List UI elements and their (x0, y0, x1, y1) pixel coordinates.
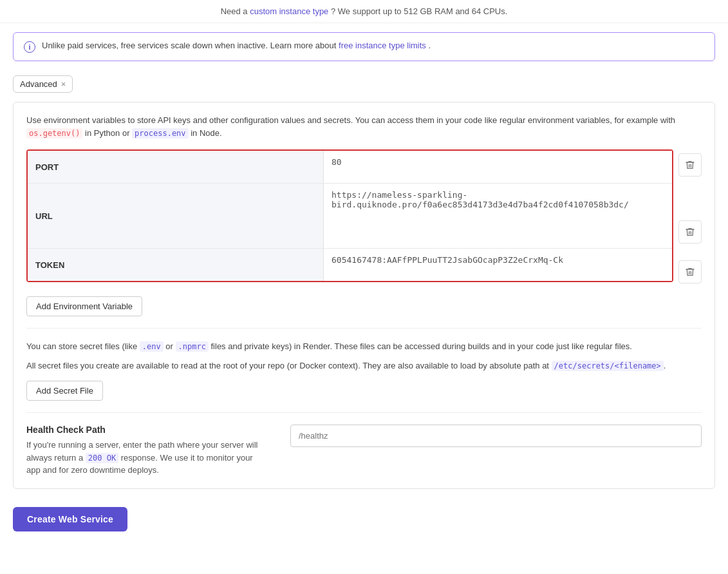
env-file-code: .env (140, 341, 163, 352)
env-value-url[interactable]: https://nameless-sparkling-bird.quiknode… (324, 184, 672, 248)
divider-1 (26, 328, 702, 329)
free-instance-link[interactable]: free instance type limits (339, 41, 426, 50)
main-section: Use environment variables to store API k… (13, 102, 715, 489)
env-description: Use environment variables to store API k… (26, 114, 702, 139)
health-check-desc: If you're running a server, enter the pa… (26, 439, 265, 477)
create-web-service-button[interactable]: Create Web Service (13, 507, 127, 531)
env-vars-container: 80 https://nameless-sparkling-bird.quikn… (26, 149, 702, 286)
custom-instance-link[interactable]: custom instance type (250, 6, 328, 16)
secret-files-desc1: You can store secret files (like .env or… (26, 340, 702, 353)
delete-token-button[interactable] (678, 260, 702, 283)
env-value-port[interactable]: 80 (324, 151, 672, 183)
health-check-input[interactable] (290, 425, 702, 447)
top-bar-text2: ? We support up to 512 GB RAM and 64 CPU… (331, 6, 507, 16)
secret-files-desc2: All secret files you create are availabl… (26, 359, 702, 372)
add-env-variable-button[interactable]: Add Environment Variable (26, 296, 142, 316)
info-banner: i Unlike paid services, free services sc… (13, 32, 715, 61)
env-key-url[interactable] (28, 184, 324, 248)
env-row-port: 80 (28, 151, 672, 184)
info-banner-text: Unlike paid services, free services scal… (42, 41, 431, 50)
os-getenv-code: os.getenv() (26, 128, 82, 139)
env-key-token[interactable] (28, 249, 324, 281)
top-bar: Need a custom instance type ? We support… (0, 0, 728, 23)
env-key-port[interactable] (28, 151, 324, 183)
delete-port-button[interactable] (678, 153, 702, 177)
200-ok-code: 200 OK (86, 453, 118, 463)
env-value-token[interactable]: 6054167478:AAFfPPLPuuTT2JsabGOcapP3Z2eCr… (324, 249, 672, 281)
env-row-token: 6054167478:AAFfPPLPuuTT2JsabGOcapP3Z2eCr… (28, 249, 672, 281)
npmrc-code: .npmrc (176, 341, 209, 352)
divider-2 (26, 412, 702, 413)
process-env-code: process.env (132, 128, 188, 139)
advanced-tag[interactable]: Advanced × (13, 75, 73, 93)
secrets-path-code: /etc/secrets/<filename> (552, 361, 664, 371)
delete-url-button[interactable] (678, 220, 702, 244)
env-row-url: https://nameless-sparkling-bird.quiknode… (28, 184, 672, 249)
info-icon: i (24, 41, 35, 53)
advanced-label: Advanced (20, 79, 57, 89)
env-vars-box: 80 https://nameless-sparkling-bird.quikn… (26, 149, 673, 282)
advanced-close-icon[interactable]: × (61, 79, 66, 89)
health-check-title: Health Check Path (26, 425, 265, 435)
top-bar-text: Need a (221, 6, 250, 16)
footer: Create Web Service (0, 495, 728, 543)
health-check-section: Health Check Path If you're running a se… (26, 425, 702, 477)
add-secret-file-button[interactable]: Add Secret File (26, 381, 103, 401)
health-check-left: Health Check Path If you're running a se… (26, 425, 265, 477)
env-delete-column (678, 149, 702, 286)
